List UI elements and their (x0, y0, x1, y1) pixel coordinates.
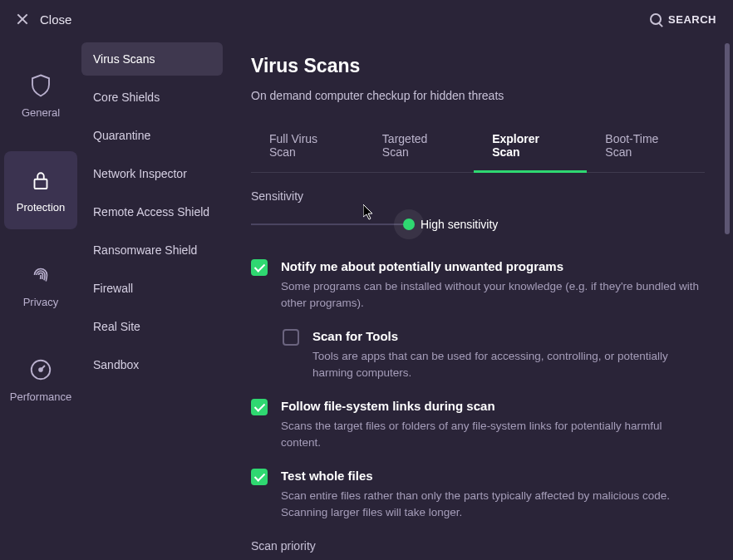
subnav-sandbox[interactable]: Sandbox (81, 348, 223, 381)
slider-thumb[interactable] (394, 209, 424, 239)
option-title: Scan for Tools (312, 329, 705, 343)
tab-explorer-scan[interactable]: Explorer Scan (474, 124, 587, 173)
search-icon (650, 13, 662, 25)
scrollbar[interactable] (725, 43, 730, 234)
svg-point-2 (39, 368, 42, 371)
subnav-ransomware-shield[interactable]: Ransomware Shield (81, 233, 223, 267)
sensitivity-label: Sensitivity (251, 189, 705, 203)
option-title: Notify me about potentially unwanted pro… (281, 259, 705, 273)
tab-boot-time-scan[interactable]: Boot-Time Scan (587, 124, 705, 173)
scan-priority-label: Scan priority (251, 539, 705, 553)
checkbox-scan-tools[interactable] (283, 329, 299, 346)
sensitivity-value: High sensitivity (421, 218, 498, 231)
nav-general-label: General (22, 106, 60, 119)
checkbox-follow-links[interactable] (251, 399, 268, 415)
option-follow-links: Follow file-system links during scan Sca… (251, 399, 705, 450)
option-scan-tools: Scan for Tools Tools are apps that can b… (251, 329, 705, 381)
checkbox-notify-pup[interactable] (251, 259, 268, 276)
nav-privacy-label: Privacy (23, 296, 59, 308)
nav-protection[interactable]: Protection (4, 151, 77, 229)
option-desc: Tools are apps that can be used for acce… (312, 348, 705, 381)
subnav-remote-access-shield[interactable]: Remote Access Shield (81, 195, 223, 228)
search-label: SEARCH (668, 13, 716, 26)
sensitivity-slider[interactable] (251, 224, 409, 225)
scan-type-tabs: Full Virus Scan Targeted Scan Explorer S… (251, 124, 705, 173)
option-desc: Scan entire files rather than only the p… (281, 488, 705, 520)
nav-privacy[interactable]: Privacy (4, 246, 77, 324)
subnav-core-shields[interactable]: Core Shields (81, 81, 223, 114)
option-title: Follow file-system links during scan (281, 399, 705, 413)
subnav-virus-scans[interactable]: Virus Scans (81, 42, 223, 76)
close-icon (17, 13, 28, 25)
page-subtitle: On demand computer checkup for hidden th… (251, 89, 705, 102)
option-desc: Scans the target files or folders of any… (281, 418, 705, 450)
close-button[interactable]: Close (17, 12, 71, 27)
subnav-network-inspector[interactable]: Network Inspector (81, 157, 223, 190)
primary-nav: General Protection Privacy Performance (0, 38, 81, 560)
content-pane: Virus Scans On demand computer checkup f… (223, 38, 733, 560)
gauge-icon (28, 357, 53, 382)
tab-full-virus-scan[interactable]: Full Virus Scan (251, 124, 364, 173)
option-test-whole: Test whole files Scan entire files rathe… (251, 469, 705, 520)
nav-performance[interactable]: Performance (4, 341, 77, 419)
subnav-quarantine[interactable]: Quarantine (81, 119, 223, 152)
subnav-real-site[interactable]: Real Site (81, 310, 223, 343)
nav-performance-label: Performance (10, 391, 71, 403)
nav-protection-label: Protection (17, 201, 66, 214)
search-button[interactable]: SEARCH (650, 13, 716, 26)
lock-icon (28, 168, 53, 193)
option-notify-pup: Notify me about potentially unwanted pro… (251, 259, 705, 311)
checkbox-test-whole[interactable] (251, 469, 268, 485)
secondary-nav: Virus Scans Core Shields Quarantine Netw… (81, 38, 223, 560)
svg-rect-0 (35, 179, 47, 188)
option-desc: Some programs can be installed without y… (281, 278, 705, 311)
fingerprint-icon (28, 263, 53, 287)
subnav-firewall[interactable]: Firewall (81, 272, 223, 305)
tab-targeted-scan[interactable]: Targeted Scan (364, 124, 474, 173)
option-title: Test whole files (281, 469, 705, 483)
close-label: Close (40, 12, 71, 27)
page-title: Virus Scans (251, 55, 705, 77)
nav-general[interactable]: General (4, 56, 77, 135)
shield-icon (28, 73, 53, 98)
